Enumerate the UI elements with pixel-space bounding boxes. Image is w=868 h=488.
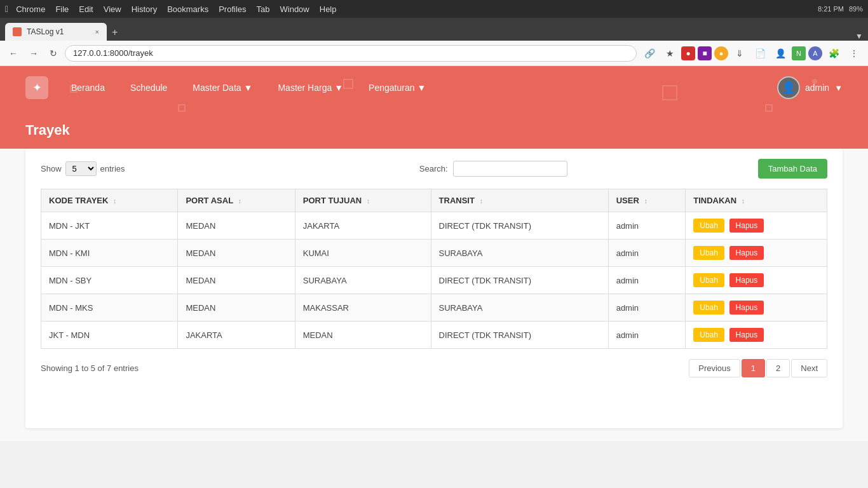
cell-asal-2: MEDAN bbox=[178, 267, 295, 294]
cell-user-3: admin bbox=[608, 294, 686, 322]
menu-bookmarks[interactable]: Bookmarks bbox=[167, 4, 208, 14]
tambah-data-button[interactable]: Tambah Data bbox=[758, 159, 827, 179]
user-avatar: 👤 bbox=[777, 76, 800, 99]
app-logo[interactable]: ✦ bbox=[25, 76, 48, 99]
nav-schedule[interactable]: Schedule bbox=[128, 79, 170, 97]
deco-5 bbox=[765, 104, 773, 112]
hapus-button-0[interactable]: Hapus bbox=[729, 219, 764, 233]
nav-master-data[interactable]: Master Data ▼ bbox=[190, 79, 255, 97]
cell-user-4: admin bbox=[608, 322, 686, 349]
cell-tujuan-4: MEDAN bbox=[295, 322, 431, 349]
ubah-button-1[interactable]: Ubah bbox=[693, 246, 724, 260]
forward-button[interactable]: → bbox=[25, 46, 42, 61]
table-row: JKT - MDN JAKARTA MEDAN DIRECT (TDK TRAN… bbox=[41, 322, 827, 349]
ubah-button-2[interactable]: Ubah bbox=[693, 273, 724, 287]
deco-3 bbox=[343, 79, 353, 89]
cell-user-2: admin bbox=[608, 267, 686, 294]
ext-purple-button[interactable]: ■ bbox=[698, 46, 712, 60]
ubah-button-0[interactable]: Ubah bbox=[693, 219, 724, 233]
menu-history[interactable]: History bbox=[132, 4, 157, 14]
nav-pengaturan[interactable]: Pengaturan ▼ bbox=[366, 79, 428, 97]
menu-window[interactable]: Window bbox=[280, 4, 309, 14]
search-input[interactable] bbox=[453, 161, 567, 177]
tab-list-arrow[interactable]: ▼ bbox=[855, 32, 863, 41]
page-2-button[interactable]: 2 bbox=[766, 359, 790, 377]
cell-kode-2: MDN - SBY bbox=[41, 267, 178, 294]
show-entries: Show 5 10 25 50 entries bbox=[41, 161, 125, 176]
download-icon[interactable]: ⇓ bbox=[731, 44, 749, 62]
ext-doc-icon[interactable]: 📄 bbox=[751, 44, 769, 62]
tab-bar: TASLog v1 × + ▼ bbox=[0, 18, 868, 41]
cell-tindakan-1: Ubah Hapus bbox=[686, 240, 827, 267]
ext-circle-button[interactable]: ● bbox=[714, 46, 728, 60]
back-button[interactable]: ← bbox=[5, 46, 22, 61]
hapus-button-2[interactable]: Hapus bbox=[729, 273, 764, 287]
hapus-button-4[interactable]: Hapus bbox=[729, 328, 764, 342]
previous-button[interactable]: Previous bbox=[689, 359, 740, 377]
browser-navbar: ← → ↻ 🔗 ★ ● ■ ● ⇓ 📄 👤 N A 🧩 ⋮ bbox=[0, 41, 868, 66]
profile-icon[interactable]: A bbox=[808, 46, 822, 60]
app-header: ✦ Beranda Schedule Master Data ▼ Master … bbox=[0, 66, 868, 149]
puzzle-icon[interactable]: 🧩 bbox=[825, 44, 843, 62]
new-tab-button[interactable]: + bbox=[109, 24, 120, 41]
deco-1 bbox=[70, 85, 78, 93]
logo-icon: ✦ bbox=[32, 81, 42, 95]
page-1-button[interactable]: 1 bbox=[742, 359, 765, 377]
reload-button[interactable]: ↻ bbox=[46, 46, 61, 61]
cell-tujuan-0: JAKARTA bbox=[295, 212, 431, 240]
user-dropdown-arrow[interactable]: ▼ bbox=[834, 83, 843, 93]
address-bar[interactable] bbox=[65, 45, 637, 62]
cell-transit-0: DIRECT (TDK TRANSIT) bbox=[431, 212, 608, 240]
col-port-tujuan[interactable]: PORT TUJUAN ↕ bbox=[295, 189, 431, 212]
sort-icon-asal: ↕ bbox=[238, 197, 241, 205]
next-button[interactable]: Next bbox=[791, 359, 827, 377]
cell-kode-0: MDN - JKT bbox=[41, 212, 178, 240]
browser-tab[interactable]: TASLog v1 × bbox=[5, 23, 107, 41]
col-tindakan[interactable]: TINDAKAN ↕ bbox=[686, 189, 827, 212]
sort-icon-kode: ↕ bbox=[113, 197, 117, 205]
sort-icon-tindakan: ↕ bbox=[742, 197, 745, 205]
cell-transit-2: DIRECT (TDK TRANSIT) bbox=[431, 267, 608, 294]
ubah-button-4[interactable]: Ubah bbox=[693, 328, 724, 342]
apple-icon:  bbox=[5, 4, 8, 14]
tab-close-button[interactable]: × bbox=[95, 28, 99, 36]
ext-person-icon[interactable]: 👤 bbox=[771, 44, 789, 62]
cell-tujuan-3: MAKASSAR bbox=[295, 294, 431, 322]
cell-kode-3: MDN - MKS bbox=[41, 294, 178, 322]
menu-dots-icon[interactable]: ⋮ bbox=[845, 44, 863, 62]
cell-asal-0: MEDAN bbox=[178, 212, 295, 240]
col-port-asal[interactable]: PORT ASAL ↕ bbox=[178, 189, 295, 212]
share-icon[interactable]: 🔗 bbox=[641, 44, 658, 62]
menu-chrome[interactable]: Chrome bbox=[16, 4, 45, 14]
titlebar-right: 8:21 PM 89% bbox=[818, 5, 863, 13]
hapus-button-3[interactable]: Hapus bbox=[729, 301, 764, 315]
menu-tab[interactable]: Tab bbox=[257, 4, 270, 14]
nav-master-harga[interactable]: Master Harga ▼ bbox=[275, 79, 346, 97]
cell-asal-3: MEDAN bbox=[178, 294, 295, 322]
menu-view[interactable]: View bbox=[104, 4, 121, 14]
battery-display: 89% bbox=[849, 5, 863, 13]
col-kode-trayek[interactable]: KODE TRAYEK ↕ bbox=[41, 189, 178, 212]
col-transit[interactable]: TRANSIT ↕ bbox=[431, 189, 608, 212]
pagination: Previous 1 2 Next bbox=[689, 359, 827, 377]
pengaturan-arrow: ▼ bbox=[417, 83, 426, 93]
ubah-button-3[interactable]: Ubah bbox=[693, 301, 724, 315]
menu-file[interactable]: File bbox=[55, 4, 69, 14]
bookmark-icon[interactable]: ★ bbox=[661, 44, 679, 62]
ext-green-icon[interactable]: N bbox=[792, 46, 806, 60]
cell-tujuan-2: SURABAYA bbox=[295, 267, 431, 294]
hapus-button-1[interactable]: Hapus bbox=[729, 246, 764, 260]
entries-select[interactable]: 5 10 25 50 bbox=[65, 161, 97, 176]
ext-red-button[interactable]: ● bbox=[681, 46, 695, 60]
menu-help[interactable]: Help bbox=[320, 4, 337, 14]
cell-asal-1: MEDAN bbox=[178, 240, 295, 267]
menu-edit[interactable]: Edit bbox=[79, 4, 93, 14]
sort-icon-tujuan: ↕ bbox=[367, 197, 370, 205]
table-row: MDN - MKS MEDAN MAKASSAR SURABAYA admin … bbox=[41, 294, 827, 322]
menu-profiles[interactable]: Profiles bbox=[219, 4, 246, 14]
tab-title: TASLog v1 bbox=[27, 27, 64, 36]
sort-icon-transit: ↕ bbox=[480, 197, 484, 205]
titlebar:  Chrome File Edit View History Bookmark… bbox=[0, 0, 868, 18]
cell-transit-3: SURABAYA bbox=[431, 294, 608, 322]
col-user[interactable]: USER ↕ bbox=[608, 189, 686, 212]
